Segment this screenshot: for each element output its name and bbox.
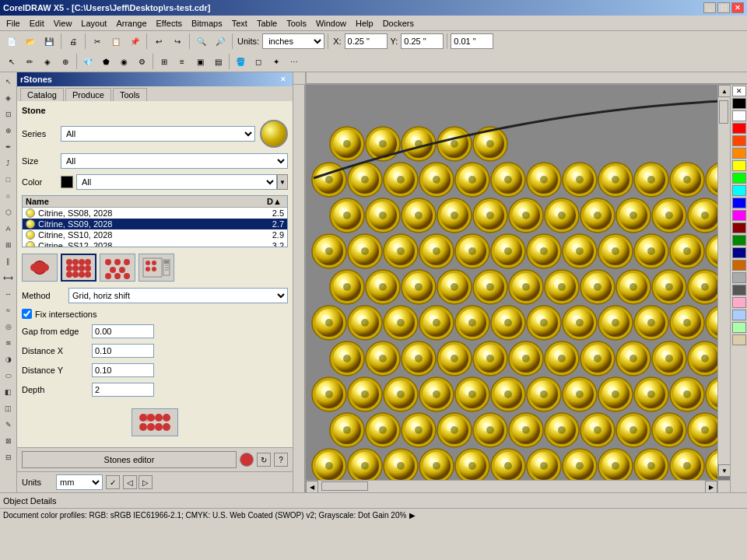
eyedropper-tool[interactable]: ✎	[1, 417, 16, 432]
stones-tool-1[interactable]: 💎	[79, 53, 96, 70]
palette-yellow[interactable]	[732, 160, 746, 171]
maximize-button[interactable]: □	[717, 2, 730, 13]
outline-tool[interactable]: ◻	[250, 53, 267, 70]
undo-button[interactable]: ↩	[150, 33, 167, 50]
nav-right-button[interactable]: ▷	[139, 475, 153, 489]
fill-tool[interactable]: 🪣	[232, 53, 249, 70]
table-tool-l[interactable]: ⊞	[1, 237, 16, 253]
units-row-select[interactable]: mm inches cm	[56, 474, 103, 490]
menu-window[interactable]: Window	[311, 17, 351, 30]
scroll-up-arrow[interactable]: ▲	[718, 85, 730, 97]
distort-tool[interactable]: ≋	[1, 335, 16, 351]
align-tool[interactable]: ⊞	[156, 53, 173, 70]
contour-tool[interactable]: ◎	[1, 319, 16, 334]
menu-edit[interactable]: Edit	[25, 17, 49, 30]
method-select[interactable]: Grid, horiz shift Grid, vert shift Rando…	[68, 288, 288, 303]
nav-left-button[interactable]: ◁	[123, 475, 137, 489]
cut-button[interactable]: ✂	[89, 33, 106, 50]
menu-dockers[interactable]: Dockers	[378, 17, 419, 30]
palette-cyan[interactable]	[732, 185, 746, 196]
stone-list-item[interactable]: Citrine, SS10, 2028 2.9	[23, 229, 287, 240]
menu-effects[interactable]: Effects	[152, 17, 187, 30]
palette-orange[interactable]	[732, 148, 746, 159]
units-select[interactable]: inches mm	[262, 33, 324, 49]
help-button[interactable]: ?	[274, 453, 288, 467]
palette-dark-orange[interactable]	[732, 260, 746, 271]
blend-tool[interactable]: ≈	[1, 303, 16, 318]
color-swatch[interactable]	[61, 176, 73, 188]
canvas-area[interactable]: ▲ ▼ ◀ ▶	[306, 85, 730, 492]
pattern-single[interactable]	[22, 254, 58, 282]
menu-layout[interactable]: Layout	[76, 17, 111, 30]
y-input[interactable]	[401, 33, 444, 49]
redo-button[interactable]: ↪	[169, 33, 186, 50]
ellipse-tool[interactable]: ○	[1, 188, 16, 204]
tab-catalog[interactable]: Catalog	[20, 88, 64, 101]
shape-tool[interactable]: ◈	[39, 53, 56, 70]
distance-y-input[interactable]	[92, 363, 154, 377]
menu-view[interactable]: View	[49, 17, 77, 30]
envelope-tool[interactable]: ⬭	[1, 368, 16, 383]
menu-text[interactable]: Text	[227, 17, 252, 30]
menu-file[interactable]: File	[2, 17, 25, 30]
red-stone-button[interactable]	[240, 453, 254, 467]
zoom-tool-l[interactable]: ⊕	[1, 123, 16, 138]
size-select[interactable]: All	[61, 153, 288, 169]
transparency-tool[interactable]: ◫	[1, 401, 16, 416]
effects-tool-2[interactable]: ⋯	[286, 53, 303, 70]
print-button[interactable]: 🖨	[65, 33, 82, 50]
stone-list-item[interactable]: Citrine, SS08, 2028 2.5	[23, 208, 287, 219]
rect-tool[interactable]: □	[1, 172, 16, 187]
menu-table[interactable]: Table	[252, 17, 282, 30]
pattern-grid[interactable]	[61, 254, 96, 282]
parallel-tool[interactable]: ∥	[1, 254, 16, 269]
scroll-h-thumb[interactable]	[321, 481, 368, 491]
shadow-tool[interactable]: ◑	[1, 352, 16, 367]
save-button[interactable]: 💾	[40, 33, 58, 50]
palette-light-blue[interactable]	[732, 310, 746, 320]
palette-tan[interactable]	[732, 334, 746, 345]
minimize-button[interactable]: _	[703, 2, 716, 13]
no-color-swatch[interactable]: ✕	[732, 86, 746, 96]
palette-dark-red[interactable]	[732, 222, 746, 233]
extrude-tool[interactable]: ◧	[1, 384, 16, 400]
palette-dark-blue[interactable]	[732, 247, 746, 258]
freehand-tool[interactable]: ✏	[21, 53, 38, 70]
palette-light-green[interactable]	[732, 322, 746, 333]
scrollbar-horizontal[interactable]: ◀ ▶	[306, 480, 717, 492]
refresh-button[interactable]: ↻	[257, 453, 271, 467]
paste-button[interactable]: 📌	[126, 33, 143, 50]
stone-list-item[interactable]: Citrine, SS12, 2028 3.2	[23, 240, 287, 247]
pointer-tool[interactable]: ↖	[1, 74, 16, 89]
palette-green[interactable]	[732, 173, 746, 184]
palette-blue[interactable]	[732, 198, 746, 208]
effects-tool-1[interactable]: ✦	[268, 53, 285, 70]
palette-red[interactable]	[732, 123, 746, 134]
scrollbar-vertical[interactable]: ▲ ▼	[717, 85, 730, 477]
menu-tools[interactable]: Tools	[282, 17, 311, 30]
distance-x-input[interactable]	[92, 344, 154, 358]
select-tool[interactable]: ↖	[3, 53, 20, 70]
zoom-in-button[interactable]: 🔍	[193, 33, 210, 50]
close-button[interactable]: ✕	[731, 2, 744, 13]
node-tool[interactable]: ◈	[1, 90, 16, 106]
apply-button[interactable]	[132, 408, 178, 436]
distribute-tool[interactable]: ≡	[174, 53, 191, 70]
units-apply-button[interactable]: ✓	[106, 475, 120, 489]
copy-button[interactable]: 📋	[107, 33, 124, 50]
tab-tools[interactable]: Tools	[113, 88, 147, 101]
palette-gray-light[interactable]	[732, 272, 746, 283]
outline-tool-l[interactable]: ⊟	[1, 450, 16, 465]
fix-intersections-checkbox[interactable]	[22, 309, 32, 319]
menu-arrange[interactable]: Arrange	[111, 17, 151, 30]
text-tool[interactable]: A	[1, 221, 16, 236]
stones-tool-4[interactable]: ⚙	[133, 53, 150, 70]
depth-input[interactable]	[92, 383, 154, 397]
statusbar-arrow[interactable]: ▶	[409, 511, 416, 520]
scroll-right-arrow[interactable]: ▶	[705, 481, 717, 492]
crop-tool[interactable]: ⊡	[1, 107, 16, 122]
zoom-out-button[interactable]: 🔎	[212, 33, 229, 50]
pattern-offset[interactable]	[100, 254, 135, 282]
freehand-tool-l[interactable]: ✒	[1, 139, 16, 155]
tab-produce[interactable]: Produce	[65, 88, 111, 101]
